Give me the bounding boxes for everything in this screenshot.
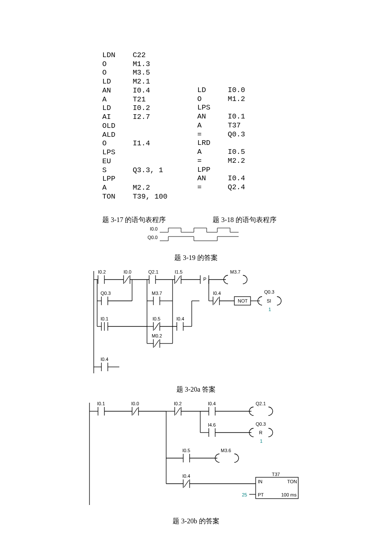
svg-text:Q0.3: Q0.3: [256, 421, 266, 427]
caption-319: 题 3-19 的答案: [38, 254, 354, 263]
svg-text:25: 25: [242, 492, 247, 497]
svg-text:I0.4: I0.4: [182, 473, 190, 479]
svg-line-14: [176, 276, 180, 283]
svg-text:1: 1: [268, 307, 271, 312]
svg-text:SI: SI: [267, 298, 271, 303]
svg-text:TON: TON: [287, 479, 297, 484]
svg-text:I0.2: I0.2: [174, 401, 182, 406]
fig-3-20a: I0.2 I0.0 Q2.1 I1.5 P M3.7 Q0.3 M3.7 I0.…: [81, 267, 311, 378]
svg-text:M3.7: M3.7: [230, 269, 240, 274]
svg-text:M0.2: M0.2: [152, 333, 162, 338]
svg-line-113: [184, 480, 189, 487]
svg-line-90: [133, 408, 138, 415]
svg-text:I0.4: I0.4: [213, 291, 221, 296]
svg-text:I0.5: I0.5: [153, 316, 160, 321]
svg-text:I0.4: I0.4: [176, 316, 184, 321]
svg-text:I4.6: I4.6: [208, 422, 216, 427]
svg-text:I0.1: I0.1: [101, 316, 108, 321]
svg-text:100 ms: 100 ms: [281, 492, 297, 497]
program-317: LDN C22 O M1.3 O M3.5 LD M2.1 AN I0.4 A …: [102, 51, 167, 201]
svg-line-96: [176, 408, 180, 415]
label-q00: Q0.0: [147, 235, 158, 240]
svg-text:PT: PT: [258, 492, 264, 497]
svg-text:I0.0: I0.0: [131, 401, 139, 406]
caption-320a: 题 3-20a 答案: [38, 385, 354, 394]
program-318: LD I0.0 O M1.2 LPS AN I0.1 A T37 = Q0.3 …: [197, 86, 245, 201]
fig-3-19: I0.0 Q0.0: [145, 225, 247, 246]
svg-text:1: 1: [260, 439, 262, 444]
fig-3-20b: I0.1 I0.0 I0.2 I0.4 Q2.1 I4.6 Q0.3 R 1 I…: [77, 398, 315, 509]
svg-text:I0.1: I0.1: [97, 401, 105, 406]
svg-text:NOT: NOT: [238, 298, 248, 303]
svg-text:Q0.3: Q0.3: [264, 289, 274, 294]
svg-text:M3.6: M3.6: [221, 448, 231, 453]
svg-line-48: [154, 323, 159, 330]
svg-line-7: [124, 276, 129, 283]
page: LDN C22 O M1.3 O M3.5 LD M2.1 AN I0.4 A …: [0, 0, 392, 547]
svg-text:R: R: [259, 430, 262, 435]
svg-text:Q2.1: Q2.1: [256, 401, 266, 406]
svg-text:Q2.1: Q2.1: [148, 269, 159, 274]
svg-text:I0.4: I0.4: [101, 357, 108, 362]
svg-text:Q0.3: Q0.3: [101, 291, 111, 296]
svg-text:I0.2: I0.2: [98, 269, 106, 274]
caption-320b: 题 3-20b 的答案: [38, 517, 354, 526]
svg-text:IN: IN: [258, 479, 262, 484]
caption-318: 题 3-18 的语句表程序: [213, 216, 276, 225]
svg-text:I0.0: I0.0: [124, 269, 131, 274]
svg-text:M3.7: M3.7: [152, 291, 162, 296]
code-columns: LDN C22 O M1.3 O M3.5 LD M2.1 AN I0.4 A …: [102, 51, 354, 201]
svg-line-59: [154, 340, 159, 347]
svg-line-35: [214, 297, 219, 304]
svg-text:I1.5: I1.5: [175, 269, 182, 274]
label-i00: I0.0: [150, 226, 158, 231]
svg-text:T37: T37: [272, 472, 280, 477]
caption-317: 题 3-17 的语句表程序: [102, 216, 166, 225]
svg-text:P: P: [203, 277, 206, 282]
svg-text:I0.5: I0.5: [182, 448, 190, 453]
svg-text:I0.4: I0.4: [208, 401, 216, 406]
caption-row: 题 3-17 的语句表程序 题 3-18 的语句表程序: [102, 216, 354, 225]
